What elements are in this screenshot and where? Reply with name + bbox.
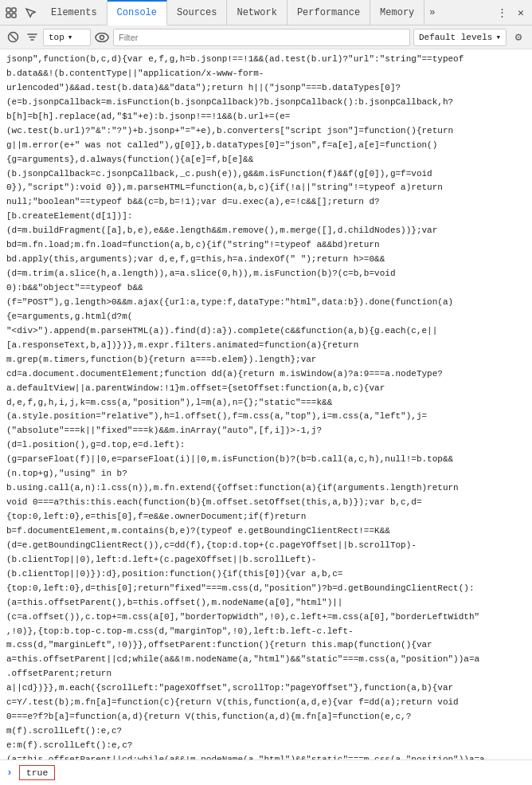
console-line: b.using.call(a,n):l.css(n)),m.fn.extend(… [0, 481, 532, 496]
eye-icon[interactable] [94, 29, 110, 45]
svg-line-5 [10, 34, 16, 40]
console-line: {g=arguments},d.always(function(){a[e]=f… [0, 153, 532, 167]
console-line: m(f).scrollLeft():e,c? [0, 724, 532, 739]
console-line: void 0===a?this:this.each(function(b){m.… [0, 496, 532, 510]
console-line: (a=this.offsetParent||cd;while(a&&!m.nod… [0, 753, 532, 759]
console-line: (d=m.trim(a.slice(h,a.length)),a=a.slice… [0, 267, 532, 281]
devtools-icon[interactable] [3, 5, 19, 21]
console-line: (f="POST"),g.length>0&&m.ajax({url:a,typ… [0, 296, 532, 310]
tab-memory[interactable]: Memory [370, 0, 424, 26]
console-line: bd.apply(this,arguments);var d,e,f,g=thi… [0, 253, 532, 267]
console-line: (g=parseFloat(f)||0,e=parseFloat(i)||0,m… [0, 453, 532, 467]
console-line: a=this.offsetParent||cd;while(a&&!m.node… [0, 653, 532, 667]
tab-bar: Elements Console Sources Network Perform… [0, 0, 532, 26]
console-line: c=Y/.test(b);m.fn[a]=function(c){return … [0, 696, 532, 710]
console-line: null;"boolean"==typeof b&&(c=b,b=!1);var… [0, 195, 532, 210]
tab-more-button[interactable]: » [424, 0, 440, 26]
console-line: b[h]=b[h].replace(ad,"$1"+e):b.jsonp!==!… [0, 110, 532, 124]
console-line: m.css(d,"marginLeft",!0)}},offsetParent:… [0, 638, 532, 653]
console-line: (a.style.position="relative"),h=l.offset… [0, 410, 532, 424]
console-line: b=f.documentElement,m.contains(b,e)?(typ… [0, 524, 532, 539]
tab-bar-left-icons [3, 5, 38, 21]
filter-icon[interactable] [24, 29, 40, 45]
console-line: (d=l.position(),g=d.top,e=d.left): [0, 438, 532, 453]
console-input-row: › true [0, 759, 532, 785]
console-line: (b.jsonpCallback=c.jsonpCallback,_c.push… [0, 167, 532, 182]
console-line: 0}),"script"):void 0}),m.parseHTML=funct… [0, 181, 532, 195]
console-line: urlencoded")&&ad.test(b.data)&&"data");r… [0, 81, 532, 96]
console-line: {top:0,left:0},e=this[0],f=e&&e.ownerDoc… [0, 510, 532, 524]
result-badge: true [19, 765, 56, 780]
console-line: [b.createElement(d[1])]: [0, 210, 532, 224]
console-line: (e=b.jsonpCallback=m.isFunction(b.jsonpC… [0, 96, 532, 110]
svg-point-7 [100, 35, 104, 39]
console-line: jsonp",function(b,c,d){var e,f,g,h=b.jso… [0, 53, 532, 67]
input-prompt: › [6, 767, 13, 779]
svg-rect-3 [12, 14, 16, 18]
context-selector[interactable]: top ▾ [43, 29, 91, 46]
close-devtools-icon[interactable]: ✕ [513, 5, 529, 21]
console-line: (d=e.getBoundingClientRect()),c=dd(f),{t… [0, 539, 532, 553]
console-line: (n.top+g),"using" in b? [0, 467, 532, 481]
console-line: cd=a.document.documentElement;function d… [0, 367, 532, 382]
tab-actions: ⋮ ✕ [494, 5, 529, 21]
console-line: ("absolute"===k||"fixed"===k)&&m.inArray… [0, 424, 532, 438]
console-line: m.grep(m.timers,function(b){return a===b… [0, 353, 532, 367]
more-options-icon[interactable]: ⋮ [494, 5, 510, 21]
svg-rect-0 [6, 8, 10, 12]
svg-rect-2 [6, 14, 10, 18]
console-line: 0===e?f?b[a]=function(a,d){return V(this… [0, 710, 532, 724]
tab-network[interactable]: Network [227, 0, 287, 26]
console-line: (wc.test(b.url)?"&":"?")+b.jsonp+"="+e),… [0, 124, 532, 139]
console-line: (d=m.buildFragment([a],b,e),e&&e.length&… [0, 224, 532, 238]
svg-rect-1 [12, 8, 16, 12]
console-line: ,!0)},{top:b.top-c.top-m.css(d,"marginTo… [0, 625, 532, 639]
tab-sources[interactable]: Sources [167, 0, 227, 26]
console-line: (b.clientTop||0)}):d},position:function(… [0, 567, 532, 582]
filter-input[interactable] [113, 29, 410, 46]
toolbar: top ▾ Default levels ▾ ⚙ [0, 26, 532, 49]
console-line: g||m.error(e+" was not called"),g[0]},b.… [0, 139, 532, 153]
console-line: bd=m.fn.load;m.fn.load=function(a,b,c){i… [0, 238, 532, 253]
console-line: 0):b&&"object"==typeof b&& [0, 281, 532, 296]
console-line: {e=arguments,g.html(d?m( [0, 310, 532, 324]
console-line: (c=a.offset()),c.top+=m.css(a[0],"border… [0, 610, 532, 625]
console-line: (a=this.offsetParent(),b=this.offset(),m… [0, 596, 532, 610]
console-line: [a.responseText,b,a])})},m.expr.filters.… [0, 339, 532, 353]
console-line: .offsetParent;return [0, 667, 532, 681]
default-levels-dropdown[interactable]: Default levels ▾ [413, 29, 507, 46]
console-output[interactable]: jsonp",function(b,c,d){var e,f,g,h=b.jso… [0, 49, 532, 759]
tab-console[interactable]: Console [108, 0, 167, 26]
console-line: "<div>").append(m.parseHTML(a)).find(d):… [0, 324, 532, 339]
console-line: {top:0,left:0},d=this[0];return"fixed"==… [0, 582, 532, 596]
console-line: b.data&&!(b.contentType||"application/x-… [0, 67, 532, 81]
inspect-icon[interactable] [22, 5, 38, 21]
console-line: d,e,f,g,h,i,j,k=m.css(a,"position"),l=m(… [0, 396, 532, 410]
console-line: (b.clientTop||0),left:d.left+(c.pageXOff… [0, 553, 532, 567]
console-line: a||cd})}},m.each({scrollLeft:"pageXOffse… [0, 681, 532, 696]
tab-elements[interactable]: Elements [41, 0, 108, 26]
tab-performance[interactable]: Performance [288, 0, 370, 26]
settings-icon[interactable]: ⚙ [510, 29, 527, 46]
svg-point-6 [96, 33, 108, 41]
console-line: e:m(f).scrollLeft():e,c? [0, 739, 532, 753]
clear-console-icon[interactable] [5, 29, 21, 45]
console-line: a.defaultView||a.parentWindow:!1}m.offse… [0, 382, 532, 396]
